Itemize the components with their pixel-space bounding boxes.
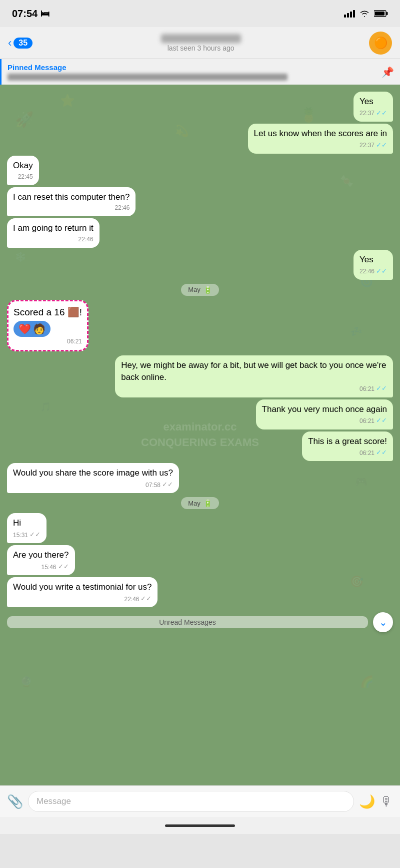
msg-time: 22:46 <box>124 595 139 604</box>
chat-header: ‹ 35 last seen 3 hours ago 🟠 <box>0 27 400 59</box>
input-bar: 📎 Message 🌙 🎙 <box>0 785 400 817</box>
bubble-sent: Yes 22:37 ✓✓ <box>354 92 393 122</box>
bubble-meta: 22:37 ✓✓ <box>254 141 387 150</box>
pinned-content-blurred <box>8 74 288 81</box>
status-time: 07:54 🛏 <box>12 8 50 20</box>
message-row: Hi 15:31 ✓✓ <box>7 513 393 543</box>
time-display: 07:54 <box>12 8 38 20</box>
msg-ticks: ✓✓ <box>140 594 152 603</box>
msg-time: 06:21 <box>360 385 374 393</box>
message-row: Okay 22:45 <box>7 156 393 185</box>
msg-ticks: ✓✓ <box>376 448 387 457</box>
message-row: Thank you very much once again 06:21 ✓✓ <box>7 399 393 429</box>
message-row: Scored a 16 🟫! ❤️ 🧑 06:21 <box>7 300 393 351</box>
message-row: Hey, we might be away for a bit, but we … <box>7 355 393 397</box>
msg-time: 22:46 <box>360 267 374 276</box>
status-icons <box>344 10 388 18</box>
contact-status: last seen 3 hours ago <box>168 44 234 52</box>
message-row: Let us know when the scores are in 22:37… <box>7 124 393 154</box>
bubble-received: Would you write a testimonial for us? 22… <box>7 577 158 607</box>
bubble-meta: 22:37 ✓✓ <box>360 109 387 118</box>
home-indicator <box>0 817 400 834</box>
bubble-meta: 07:58 ✓✓ <box>13 480 173 489</box>
date-text: May <box>188 286 200 293</box>
msg-time: 22:46 <box>114 204 130 212</box>
emoji-icon[interactable]: 🌙 <box>359 794 375 809</box>
message-text: Yes <box>360 255 374 264</box>
message-text: This is a great score! <box>308 437 387 446</box>
msg-time: 15:31 <box>13 531 28 540</box>
bubble-sent: Yes 22:46 ✓✓ <box>354 250 393 280</box>
bubble-received: Are you there? 15:46 ✓✓ <box>7 545 75 575</box>
message-row: Are you there? 15:46 ✓✓ <box>7 545 393 575</box>
unread-separator: Unread Messages ⌄ <box>7 612 393 632</box>
msg-time: 22:37 <box>360 141 374 150</box>
bubble-meta: 06:21 ✓✓ <box>121 384 387 393</box>
date-separator: May 🔋 <box>0 284 400 296</box>
message-input[interactable]: Message <box>28 791 354 812</box>
svg-rect-3 <box>353 10 355 18</box>
bubble-sent: Hey, we might be away for a bit, but we … <box>115 355 393 397</box>
scroll-down-button[interactable]: ⌄ <box>373 612 393 632</box>
bubble-meta: 06:21 ✓✓ <box>262 416 387 425</box>
battery-icon-small: 🔋 <box>204 499 212 507</box>
contact-name-blurred <box>161 34 241 43</box>
reaction-row: ❤️ 🧑 <box>14 321 82 337</box>
pinned-message-bar[interactable]: Pinned Message 📌 <box>0 59 400 85</box>
signal-icon <box>344 10 355 18</box>
message-row: Would you write a testimonial for us? 22… <box>7 577 393 607</box>
bubble-meta: 22:46 <box>13 204 130 212</box>
chat-area: 🚀 ⭐ 🍍 🍬 🍭 ✉️ 💫 ❄️ 🌀 💤 💤 🎵 🎵 🤖 🎮 🌟 🎯 🔮 🌈 … <box>0 85 400 785</box>
bubble-meta: 15:46 ✓✓ <box>13 562 69 571</box>
battery-icon-small: 🔋 <box>204 286 212 294</box>
back-button[interactable]: ‹ 35 <box>8 37 32 50</box>
msg-ticks: ✓✓ <box>30 530 40 539</box>
message-text: Are you there? <box>13 550 69 560</box>
unread-label: Unread Messages <box>7 616 368 628</box>
pin-icon: 📌 <box>382 66 394 78</box>
bubble-meta: 22:46 ✓✓ <box>13 594 152 603</box>
msg-time: 07:58 <box>146 481 160 490</box>
msg-ticks: ✓✓ <box>58 562 69 571</box>
message-row: I am going to return it 22:46 <box>7 218 393 248</box>
message-text: Thank you very much once again <box>262 404 387 414</box>
msg-time: 06:21 <box>360 417 374 425</box>
bubble-received: I am going to return it 22:46 <box>7 218 100 248</box>
date-pill: May 🔋 <box>181 284 219 296</box>
message-text: Would you share the score image with us? <box>13 468 173 478</box>
message-text: Hi <box>13 518 21 528</box>
chevron-down-icon: ⌄ <box>379 616 388 628</box>
avatar-emoji: 🟠 <box>374 37 388 50</box>
svg-rect-0 <box>344 15 346 18</box>
svg-rect-6 <box>375 12 384 16</box>
svg-rect-2 <box>350 12 352 18</box>
wifi-icon <box>359 10 370 18</box>
message-text: Would you write a testimonial for us? <box>13 582 152 592</box>
mic-icon[interactable]: 🎙 <box>380 794 393 809</box>
msg-time: 22:45 <box>18 173 33 181</box>
msg-time: 15:46 <box>41 563 56 572</box>
home-bar <box>165 824 235 827</box>
avatar[interactable]: 🟠 <box>369 32 392 55</box>
date-separator: May 🔋 <box>0 497 400 509</box>
bubble-received: Okay 22:45 <box>7 156 39 185</box>
bubble-received: Would you share the score image with us?… <box>7 463 179 493</box>
status-bar: 07:54 🛏 <box>0 0 400 27</box>
pinned-label: Pinned Message <box>8 63 382 72</box>
msg-time: 06:21 <box>360 449 374 458</box>
bubble-meta: 15:31 ✓✓ <box>13 530 40 539</box>
msg-ticks: ✓✓ <box>376 416 387 425</box>
message-text: Yes <box>360 97 374 106</box>
attach-icon[interactable]: 📎 <box>7 794 23 809</box>
message-row: This is a great score! 06:21 ✓✓ <box>7 431 393 462</box>
bubble-meta: 22:45 <box>13 173 33 181</box>
bubble-meta: 06:21 ✓✓ <box>308 448 387 457</box>
bubble-received: Hi 15:31 ✓✓ <box>7 513 46 543</box>
msg-ticks: ✓✓ <box>162 480 173 489</box>
message-text: Hey, we might be away for a bit, but we … <box>121 360 386 382</box>
svg-text:🔮: 🔮 <box>20 676 32 688</box>
msg-ticks: ✓✓ <box>376 109 387 118</box>
message-text: I can reset this computer then? <box>13 192 130 202</box>
bubble-sent: Let us know when the scores are in 22:37… <box>248 124 393 154</box>
reaction-button[interactable]: ❤️ 🧑 <box>14 321 50 337</box>
